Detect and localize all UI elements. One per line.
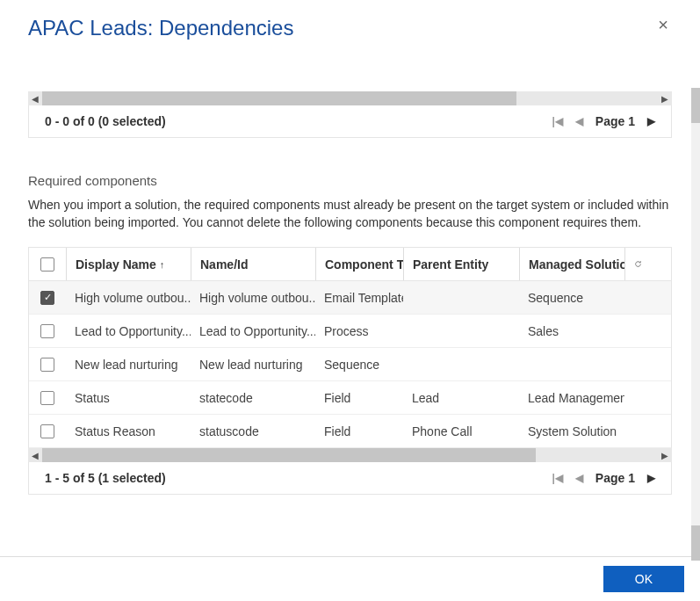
bottom-hscrollbar[interactable]: ◀ ▶ (28, 448, 672, 462)
table-row[interactable]: ✓High volume outbou...High volume outbou… (29, 281, 671, 315)
scroll-thumb[interactable] (42, 448, 536, 462)
cell-managed-solution (519, 348, 624, 380)
bottom-pager-page: Page 1 (595, 471, 635, 485)
prev-page-icon[interactable]: ◀ (575, 472, 583, 484)
cell-display-name: Status Reason (66, 415, 191, 447)
cell-parent-entity: Phone Call (403, 415, 519, 447)
grid-body: ✓High volume outbou...High volume outbou… (29, 281, 671, 448)
cell-name-id: New lead nurturing (191, 348, 315, 380)
cell-parent-entity (403, 315, 519, 347)
cell-component-type: Process (315, 315, 403, 347)
required-components-grid: Display Name ↑ Name/Id Component T... Pa… (28, 247, 672, 448)
bottom-pager: 1 - 5 of 5 (1 selected) |◀ ◀ Page 1 ▶ (28, 462, 672, 495)
refresh-icon[interactable] (624, 248, 651, 280)
header-managed-solution[interactable]: Managed Solution (519, 248, 624, 280)
scroll-right-icon[interactable]: ▶ (658, 448, 672, 462)
cell-parent-entity (403, 281, 519, 314)
vscroll-thumb-bottom[interactable] (691, 525, 700, 561)
header-component-type[interactable]: Component T... (315, 248, 403, 280)
cell-display-name: Lead to Opportunity... (66, 315, 191, 347)
cell-component-type: Field (315, 381, 403, 414)
header-name-id[interactable]: Name/Id (191, 248, 315, 280)
cell-name-id: statuscode (191, 415, 315, 447)
row-checkbox-cell[interactable] (29, 415, 66, 447)
cell-parent-entity (403, 348, 519, 380)
table-row[interactable]: Lead to Opportunity...Lead to Opportunit… (29, 315, 671, 348)
row-checkbox[interactable] (40, 324, 54, 338)
top-hscrollbar[interactable]: ◀ ▶ (28, 91, 672, 105)
table-row[interactable]: Status ReasonstatuscodeFieldPhone CallSy… (29, 415, 671, 448)
scroll-left-icon[interactable]: ◀ (28, 448, 42, 462)
header-display-name-label: Display Name (76, 257, 156, 272)
dialog-title: APAC Leads: Dependencies (28, 16, 293, 40)
dependencies-dialog: APAC Leads: Dependencies × ◀ ▶ 0 - 0 of … (0, 0, 700, 601)
dialog-content: ◀ ▶ 0 - 0 of 0 (0 selected) |◀ ◀ Page 1 … (0, 40, 700, 556)
dialog-footer: OK (0, 556, 700, 601)
cell-component-type: Sequence (315, 348, 403, 380)
row-checkbox[interactable]: ✓ (40, 291, 54, 305)
cell-display-name: New lead nurturing (66, 348, 191, 380)
row-checkbox[interactable] (40, 358, 54, 372)
ok-button[interactable]: OK (603, 566, 684, 592)
header-parent-entity[interactable]: Parent Entity (403, 248, 519, 280)
scroll-right-icon[interactable]: ▶ (658, 91, 672, 105)
cell-name-id: Lead to Opportunity... (191, 315, 315, 347)
row-checkbox-cell[interactable] (29, 315, 66, 347)
cell-component-type: Field (315, 415, 403, 447)
table-row[interactable]: New lead nurturingNew lead nurturingSequ… (29, 348, 671, 381)
first-page-icon[interactable]: |◀ (552, 472, 563, 484)
table-row[interactable]: StatusstatecodeFieldLeadLead Management (29, 381, 671, 415)
cell-managed-solution: Lead Management (519, 381, 624, 414)
first-page-icon[interactable]: |◀ (552, 115, 563, 127)
select-all-checkbox[interactable] (40, 257, 54, 272)
content-vscrollbar[interactable] (691, 88, 700, 561)
cell-display-name: High volume outbou... (66, 281, 191, 314)
row-checkbox-cell[interactable]: ✓ (29, 281, 66, 314)
sort-asc-icon: ↑ (160, 259, 165, 270)
bottom-pager-range: 1 - 5 of 5 (1 selected) (45, 471, 166, 485)
grid-header-row: Display Name ↑ Name/Id Component T... Pa… (29, 248, 671, 281)
cell-display-name: Status (66, 381, 191, 414)
top-pager: 0 - 0 of 0 (0 selected) |◀ ◀ Page 1 ▶ (28, 105, 672, 138)
vscroll-thumb-top[interactable] (691, 88, 700, 123)
next-page-icon[interactable]: ▶ (647, 472, 655, 484)
scroll-thumb[interactable] (42, 91, 516, 105)
dialog-header: APAC Leads: Dependencies × (0, 0, 700, 40)
cell-managed-solution: Sales (519, 315, 624, 347)
header-display-name[interactable]: Display Name ↑ (66, 248, 191, 280)
close-icon[interactable]: × (654, 16, 672, 33)
cell-parent-entity: Lead (403, 381, 519, 414)
cell-name-id: High volume outbou... (191, 281, 315, 314)
scroll-left-icon[interactable]: ◀ (28, 91, 42, 105)
required-components-description: When you import a solution, the required… (28, 197, 672, 231)
cell-managed-solution: System Solution (519, 415, 624, 447)
prev-page-icon[interactable]: ◀ (575, 115, 583, 127)
next-page-icon[interactable]: ▶ (647, 115, 655, 127)
row-checkbox-cell[interactable] (29, 381, 66, 414)
row-checkbox-cell[interactable] (29, 348, 66, 380)
cell-component-type: Email Template (315, 281, 403, 314)
top-pager-page: Page 1 (595, 114, 635, 128)
row-checkbox[interactable] (40, 391, 54, 405)
required-components-title: Required components (28, 173, 672, 188)
header-checkbox-cell[interactable] (29, 248, 66, 280)
top-pager-range: 0 - 0 of 0 (0 selected) (45, 114, 166, 128)
cell-managed-solution: Sequence (519, 281, 624, 314)
cell-name-id: statecode (191, 381, 315, 414)
row-checkbox[interactable] (40, 424, 54, 438)
